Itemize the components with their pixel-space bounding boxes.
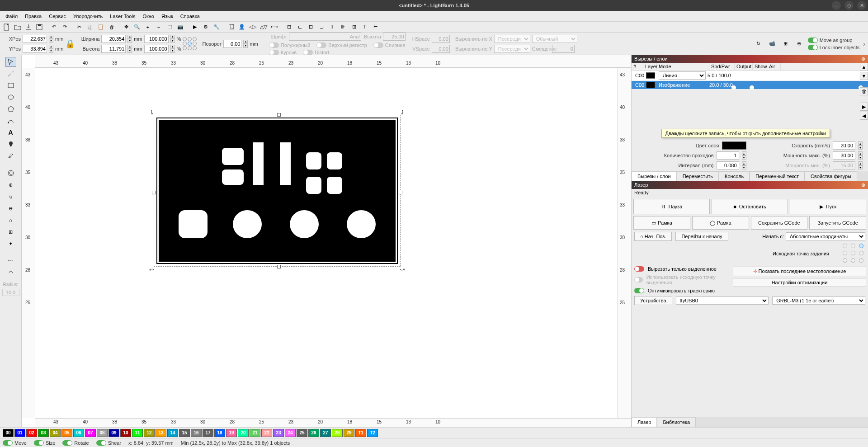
- color-swatch-23[interactable]: 23: [273, 429, 284, 437]
- save-icon[interactable]: [34, 23, 44, 32]
- color-swatch-08[interactable]: 08: [97, 429, 108, 437]
- boolean-union-icon[interactable]: ∪: [5, 192, 16, 202]
- color-swatch-15[interactable]: 15: [179, 429, 190, 437]
- movegroup-toggle[interactable]: [808, 38, 818, 43]
- rotate-input[interactable]: [223, 40, 241, 48]
- sb-size-toggle[interactable]: [34, 440, 44, 446]
- cuts-row-1[interactable]: C00 Изображение 20.0 / 30.0: [632, 81, 868, 89]
- pan-icon[interactable]: ✥: [121, 23, 131, 32]
- undo-icon[interactable]: ↶: [49, 23, 59, 32]
- align-center-icon[interactable]: ⊡: [306, 23, 316, 32]
- align-tools-icon[interactable]: ⊞: [781, 39, 791, 48]
- cuts-row-0[interactable]: C00 Линия 5.0 / 100.0: [632, 71, 868, 81]
- menu-help[interactable]: Справка: [177, 13, 203, 20]
- settings-icon[interactable]: ⚙: [201, 23, 211, 32]
- ypos-input[interactable]: [23, 45, 47, 53]
- delete-icon[interactable]: 🗑: [107, 23, 117, 32]
- redo-icon[interactable]: ↷: [60, 23, 70, 32]
- measure-icon[interactable]: ⊢: [371, 23, 381, 32]
- polygon-tool-icon[interactable]: [5, 104, 16, 114]
- color-swatch-04[interactable]: 04: [50, 429, 61, 437]
- optsettings-button[interactable]: Настройки оптимизации: [733, 278, 866, 287]
- rectangle-tool-icon[interactable]: [5, 80, 16, 90]
- color-swatch-29[interactable]: 29: [344, 429, 354, 437]
- camera-icon[interactable]: 📷: [175, 23, 185, 32]
- offset-tool-icon[interactable]: [5, 168, 16, 178]
- tab-laser[interactable]: Лазер: [632, 417, 657, 427]
- expand-icon[interactable]: ›: [863, 40, 865, 47]
- color-swatch-19[interactable]: 19: [226, 429, 237, 437]
- text-tool-icon[interactable]: A: [5, 127, 16, 137]
- menu-tools[interactable]: Сервис: [45, 13, 70, 20]
- opt-toggle[interactable]: [634, 288, 644, 293]
- color-swatch-11[interactable]: 11: [132, 429, 143, 437]
- zoom-icon[interactable]: 🔍: [132, 23, 142, 32]
- frame-circle-button[interactable]: ◯Рамка: [692, 216, 749, 230]
- align-icon[interactable]: ⊟: [284, 23, 294, 32]
- run-gcode-button[interactable]: Запустить GCode: [809, 216, 866, 230]
- pwrmax-input[interactable]: [833, 151, 855, 160]
- tab-library[interactable]: Библиотека: [657, 417, 696, 427]
- menu-arrange[interactable]: Упорядочить: [70, 13, 106, 20]
- ellipse-tool-icon[interactable]: [5, 92, 16, 102]
- align-right-icon[interactable]: ⊐: [316, 23, 326, 32]
- close-button[interactable]: ✕: [857, 1, 866, 10]
- layer-color-swatch[interactable]: [722, 141, 746, 150]
- color-swatch-03[interactable]: 03: [38, 429, 49, 437]
- pause-button[interactable]: ⏸Пауза: [633, 199, 710, 214]
- save-gcode-button[interactable]: Сохранить GCode: [751, 216, 808, 230]
- boolean-intersect-icon[interactable]: ∩: [5, 215, 16, 225]
- rotary-icon[interactable]: ↻: [754, 39, 764, 48]
- layer-up-icon[interactable]: ▲: [860, 63, 868, 71]
- copy-icon[interactable]: ⿻: [85, 23, 95, 32]
- startfrom-select[interactable]: Абсолютные координаты: [786, 232, 865, 240]
- measure-tool-icon[interactable]: 🖊: [5, 151, 16, 161]
- color-swatch-07[interactable]: 07: [85, 429, 96, 437]
- color-swatch-20[interactable]: 20: [238, 429, 249, 437]
- color-swatch-18[interactable]: 18: [214, 429, 225, 437]
- zoom-frame-icon[interactable]: ⬚: [165, 23, 175, 32]
- color-swatch-13[interactable]: 13: [156, 429, 166, 437]
- radial-array-icon[interactable]: ✦: [5, 239, 16, 249]
- color-swatch-22[interactable]: 22: [261, 429, 272, 437]
- color-swatch-12[interactable]: 12: [144, 429, 155, 437]
- tab-move[interactable]: Переместить: [677, 171, 719, 181]
- frame-rect-button[interactable]: ▭Рамка: [633, 216, 690, 230]
- passes-input[interactable]: [717, 151, 739, 160]
- panel-close-icon[interactable]: ⊗: [861, 56, 865, 62]
- flip-v-icon[interactable]: △▽: [259, 23, 269, 32]
- new-file-icon[interactable]: [2, 23, 12, 32]
- tab-console[interactable]: Консоль: [719, 171, 750, 181]
- selected-object[interactable]: ⤹ ⤸ ⤺ ⤻: [157, 118, 397, 263]
- layer-right-icon[interactable]: ▶: [860, 103, 868, 111]
- menu-lasertools[interactable]: Laser Tools: [106, 13, 139, 20]
- layer-left-icon[interactable]: ◀: [860, 112, 868, 120]
- cut-icon[interactable]: ✂: [74, 23, 84, 32]
- color-swatch-26[interactable]: 26: [308, 429, 319, 437]
- color-swatch-17[interactable]: 17: [203, 429, 213, 437]
- lockinner-toggle[interactable]: [808, 45, 818, 50]
- open-file-icon[interactable]: [13, 23, 23, 32]
- edit-nodes-tool-icon[interactable]: [5, 116, 16, 126]
- minimize-button[interactable]: –: [832, 1, 841, 10]
- start-button[interactable]: ▶Пуск: [790, 199, 866, 214]
- color-swatch-T2[interactable]: T2: [367, 429, 378, 437]
- sb-shear-toggle[interactable]: [96, 440, 106, 446]
- cutsel-toggle[interactable]: [634, 266, 644, 272]
- menu-file[interactable]: Файл: [2, 13, 21, 20]
- width-pct-input[interactable]: [144, 35, 169, 43]
- position-tool-icon[interactable]: [5, 139, 16, 149]
- width-input[interactable]: [101, 35, 126, 43]
- zoom-out-icon[interactable]: −: [154, 23, 164, 32]
- layer-delete-icon[interactable]: 🗑: [860, 87, 868, 95]
- paste-icon[interactable]: 📋: [96, 23, 106, 32]
- devices-button[interactable]: Устройства: [634, 296, 672, 305]
- speed-input[interactable]: [833, 141, 855, 150]
- smooth-tool-icon[interactable]: ◠: [5, 268, 16, 278]
- mode-select-0[interactable]: Линия: [659, 71, 706, 80]
- color-swatch-28[interactable]: 28: [332, 429, 343, 437]
- laser-panel-close-icon[interactable]: ⊗: [861, 182, 865, 188]
- color-swatch-14[interactable]: 14: [167, 429, 178, 437]
- color-swatch-16[interactable]: 16: [191, 429, 202, 437]
- array-icon[interactable]: ⊞: [349, 23, 359, 32]
